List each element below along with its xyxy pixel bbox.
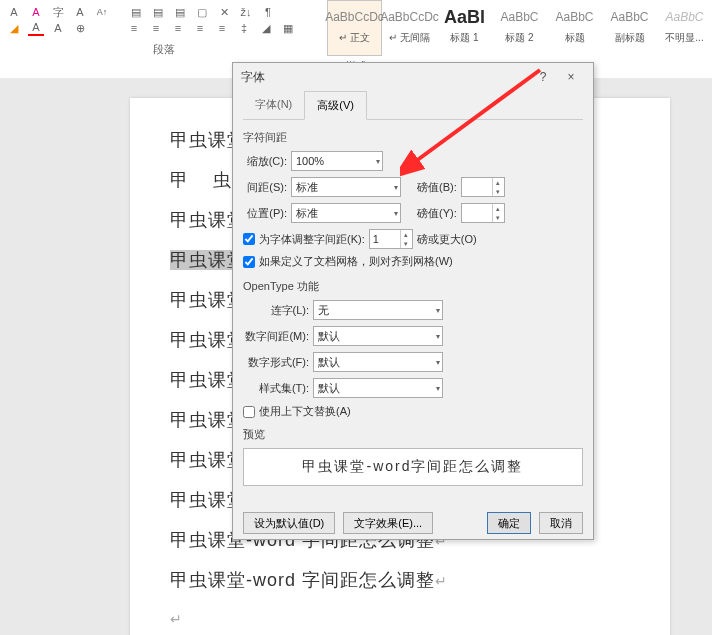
font-color-icon[interactable]: A — [6, 4, 22, 20]
position-combo[interactable]: 标准▾ — [291, 203, 401, 223]
position-by-spin[interactable]: ▴▾ — [461, 203, 505, 223]
opentype-title: OpenType 功能 — [243, 279, 583, 294]
spacing-label: 间距(S): — [243, 180, 291, 195]
borders-icon[interactable]: ▦ — [280, 20, 296, 36]
preview-title: 预览 — [243, 427, 583, 442]
style-title[interactable]: AaBbC标题 — [547, 0, 602, 56]
num-forms-combo[interactable]: 默认▾ — [313, 352, 443, 372]
num-spacing-label: 数字间距(M): — [243, 329, 313, 344]
numbering-icon[interactable]: ▤ — [150, 4, 166, 20]
grid-checkbox[interactable] — [243, 256, 255, 268]
bullets-icon[interactable]: ▤ — [128, 4, 144, 20]
style-heading1[interactable]: AaBl标题 1 — [437, 0, 492, 56]
num-spacing-combo[interactable]: 默认▾ — [313, 326, 443, 346]
scale-label: 缩放(C): — [243, 154, 291, 169]
preview-box: 甲虫课堂-word字间距怎么调整 — [243, 448, 583, 486]
style-nospacing[interactable]: AaBbCcDc↵ 无间隔 — [382, 0, 437, 56]
num-forms-label: 数字形式(F): — [243, 355, 313, 370]
char-spacing-title: 字符间距 — [243, 130, 583, 145]
position-by-label: 磅值(Y): — [413, 206, 461, 221]
font-dialog: 字体 ? × 字体(N) 高级(V) 字符间距 缩放(C): 100%▾ 间距(… — [232, 62, 594, 540]
close-button[interactable]: × — [557, 66, 585, 88]
position-label: 位置(P): — [243, 206, 291, 221]
grid-label: 如果定义了文档网格，则对齐到网格(W) — [259, 254, 453, 269]
cancel-button[interactable]: 取消 — [539, 512, 583, 534]
tab-font[interactable]: 字体(N) — [243, 91, 304, 119]
border-icon[interactable]: ▢ — [194, 4, 210, 20]
shading-icon[interactable]: ◢ — [6, 20, 22, 36]
show-marks-icon[interactable]: ¶ — [260, 4, 276, 20]
spacing-combo[interactable]: 标准▾ — [291, 177, 401, 197]
spacing-by-spin[interactable]: ▴▾ — [461, 177, 505, 197]
stylistic-label: 样式集(T): — [243, 381, 313, 396]
align-left-icon[interactable]: ≡ — [126, 20, 142, 36]
kerning-label: 为字体调整字间距(K): — [259, 232, 365, 247]
help-button[interactable]: ? — [529, 66, 557, 88]
multilevel-icon[interactable]: ▤ — [172, 4, 188, 20]
grow-font-icon[interactable]: A — [50, 20, 66, 36]
dialog-title: 字体 — [241, 69, 265, 86]
distribute-icon[interactable]: ≡ — [214, 20, 230, 36]
enclose-icon[interactable]: ⊕ — [72, 20, 88, 36]
phonetic-icon[interactable]: A↑ — [94, 4, 110, 20]
align-center-icon[interactable]: ≡ — [148, 20, 164, 36]
context-label: 使用上下文替换(A) — [259, 404, 351, 419]
style-gallery[interactable]: AaBbCcDc↵ 正文 AaBbCcDc↵ 无间隔 AaBl标题 1 AaBb… — [327, 0, 712, 59]
ribbon: A A 字 A A↑ ▤ ▤ ▤ ▢ ✕ ž↓ ¶ ◢ A A ⊕ ≡ ≡ ≡ … — [0, 0, 712, 59]
kerning-unit: 磅或更大(O) — [417, 232, 477, 247]
ribbon-paragraph-group: A A 字 A A↑ ▤ ▤ ▤ ▢ ✕ ž↓ ¶ ◢ A A ⊕ ≡ ≡ ≡ … — [0, 0, 327, 59]
style-subtitle[interactable]: AaBbC副标题 — [602, 0, 657, 56]
para-x-icon[interactable]: ✕ — [216, 4, 232, 20]
tab-advanced[interactable]: 高级(V) — [304, 91, 367, 120]
stylistic-combo[interactable]: 默认▾ — [313, 378, 443, 398]
sort-icon[interactable]: ž↓ — [238, 4, 254, 20]
line-spacing-icon[interactable]: ‡ — [236, 20, 252, 36]
doc-line[interactable]: ↵ — [170, 608, 630, 629]
char-shading-icon[interactable]: 字 — [50, 4, 66, 20]
context-checkbox[interactable] — [243, 406, 255, 418]
spacing-by-label: 磅值(B): — [413, 180, 461, 195]
style-subtle[interactable]: AaBbC不明显... — [657, 0, 712, 56]
justify-icon[interactable]: ≡ — [192, 20, 208, 36]
scale-combo[interactable]: 100%▾ — [291, 151, 383, 171]
paragraph-label: 段落 — [6, 42, 321, 57]
ok-button[interactable]: 确定 — [487, 512, 531, 534]
align-right-icon[interactable]: ≡ — [170, 20, 186, 36]
style-normal[interactable]: AaBbCcDc↵ 正文 — [327, 0, 382, 56]
font-color2-icon[interactable]: A — [28, 20, 44, 36]
kerning-spin[interactable]: 1▴▾ — [369, 229, 413, 249]
doc-line[interactable]: 甲虫课堂-word 字间距怎么调整↵ — [170, 568, 630, 592]
text-effects-button[interactable]: 文字效果(E)... — [343, 512, 433, 534]
char-size-icon[interactable]: A — [72, 4, 88, 20]
ligatures-combo[interactable]: 无▾ — [313, 300, 443, 320]
style-heading2[interactable]: AaBbC标题 2 — [492, 0, 547, 56]
shading2-icon[interactable]: ◢ — [258, 20, 274, 36]
dialog-titlebar[interactable]: 字体 ? × — [233, 63, 593, 91]
text-highlight-icon[interactable]: A — [28, 4, 44, 20]
ligatures-label: 连字(L): — [243, 303, 313, 318]
set-default-button[interactable]: 设为默认值(D) — [243, 512, 335, 534]
kerning-checkbox[interactable] — [243, 233, 255, 245]
